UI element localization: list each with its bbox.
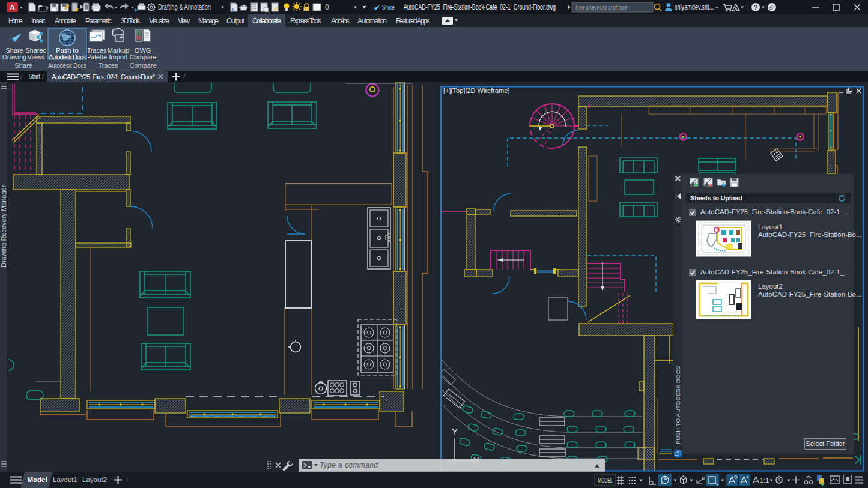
svg-text:Share: Share	[14, 62, 32, 69]
svg-text:Output: Output	[226, 17, 245, 25]
svg-text:Import: Import	[109, 53, 127, 61]
svg-text:Visualize: Visualize	[149, 17, 169, 25]
svg-text:View: View	[178, 17, 190, 25]
svg-text:Manage: Manage	[198, 17, 219, 25]
svg-text:/: /	[183, 73, 186, 81]
svg-text:AutoCAD-FY25_Fire-Station-Book: AutoCAD-FY25_Fire-Station-Book-Cafe_02-1…	[404, 3, 556, 11]
svg-text:3D Tools: 3D Tools	[121, 17, 140, 25]
svg-text:Autodesk Docs: Autodesk Docs	[48, 62, 86, 69]
svg-text:Share: Share	[382, 4, 395, 11]
svg-text:Palette: Palette	[86, 53, 107, 61]
svg-text:Views: Views	[27, 53, 45, 61]
svg-text:Home: Home	[8, 17, 23, 25]
svg-text:Add-ins: Add-ins	[331, 17, 350, 25]
svg-text:Insert: Insert	[31, 17, 46, 25]
svg-text:AutoCAD-FY25_Fire-...02-1_Grou: AutoCAD-FY25_Fire-...02-1_Ground-Floor*	[52, 73, 156, 80]
svg-text:Automation: Automation	[357, 17, 387, 25]
svg-text:MODEL: MODEL	[598, 477, 613, 484]
svg-text:Annotate: Annotate	[55, 17, 76, 25]
svg-text:Parametric: Parametric	[85, 17, 112, 25]
svg-text:/: /	[20, 73, 23, 81]
svg-text:?: ?	[754, 4, 758, 11]
svg-text:A: A	[10, 3, 16, 12]
svg-text:0: 0	[325, 3, 329, 11]
svg-text:Drafting & Annotation: Drafting & Annotation	[158, 3, 211, 11]
svg-text:Traces: Traces	[98, 62, 118, 69]
svg-text:Collaborate: Collaborate	[252, 17, 281, 25]
svg-text:Autodesk Docs: Autodesk Docs	[49, 53, 86, 61]
svg-text:1:1: 1:1	[760, 477, 769, 484]
svg-text:Drawing: Drawing	[2, 53, 26, 61]
svg-text:Featured Apps: Featured Apps	[396, 17, 430, 25]
svg-text:Compare: Compare	[129, 53, 156, 61]
svg-text:Compare: Compare	[129, 62, 156, 69]
svg-text:/: /	[42, 73, 44, 81]
svg-text:shiyamdev.srit...: shiyamdev.srit...	[675, 3, 714, 11]
svg-text:Express Tools: Express Tools	[290, 17, 321, 25]
svg-text:Start: Start	[28, 73, 40, 80]
svg-text:Type a keyword or phrase: Type a keyword or phrase	[575, 4, 627, 11]
